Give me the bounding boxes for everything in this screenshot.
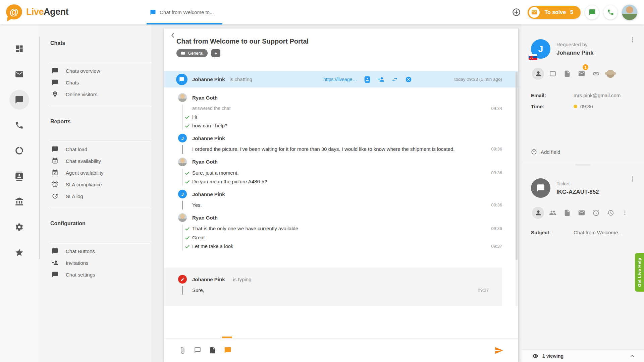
folder-icon: [181, 51, 185, 55]
rail-item-contacts[interactable]: [15, 172, 24, 181]
sidebar-item-online-visitors[interactable]: Online visitors: [50, 91, 151, 98]
ticket-document-button[interactable]: [560, 207, 574, 219]
gear-icon: [15, 223, 24, 232]
ticket-history-button[interactable]: [603, 207, 618, 219]
chat-icon: [52, 67, 58, 74]
attach-file-button[interactable]: [179, 347, 186, 354]
file-icon: [209, 347, 216, 354]
ticket-person-button[interactable]: [531, 207, 545, 219]
ticket-fields: Subject: Chat from Welcome…: [531, 227, 635, 238]
rail-item-mail[interactable]: [15, 70, 24, 79]
contact-link-button[interactable]: [589, 68, 603, 80]
requester-menu-button[interactable]: [629, 37, 636, 43]
visitor-status: is chatting: [230, 76, 253, 82]
history-icon: [607, 209, 614, 217]
panel-divider: [522, 161, 644, 161]
chat-icon: [52, 271, 58, 278]
back-button[interactable]: [169, 31, 177, 39]
ticket-menu-button[interactable]: [629, 176, 636, 182]
add-button[interactable]: [509, 5, 523, 19]
sidebar-item-chats-overview[interactable]: Chats overview: [50, 67, 151, 74]
message-line: answered the chat 09:34: [192, 104, 502, 113]
department-tag[interactable]: General: [176, 49, 208, 57]
sidebar-item-chat-load[interactable]: Chat load: [50, 146, 151, 153]
top-actions: To solve 5: [509, 0, 637, 24]
visitor-url-link[interactable]: https://liveage…: [323, 77, 357, 82]
add-field-button[interactable]: Add field: [531, 149, 560, 155]
requested-by-label: Requested by: [556, 42, 594, 47]
panel-resize-handle[interactable]: [575, 164, 591, 166]
contact-mail-button[interactable]: 1: [574, 68, 589, 80]
ticket-kebab-button[interactable]: [618, 207, 632, 219]
sidebar-item-chat-availability[interactable]: Chat availability: [50, 158, 151, 164]
person-add-icon: [52, 259, 58, 266]
to-solve-button[interactable]: To solve 5: [528, 6, 581, 19]
get-live-help-tab[interactable]: Get Live Help: [635, 253, 644, 292]
contact-mailchimp-button[interactable]: [603, 68, 618, 80]
internal-note-button[interactable]: [194, 347, 201, 354]
sidebar-item-chat-settings[interactable]: Chat settings: [50, 271, 151, 278]
chat-reply-tab[interactable]: [224, 347, 231, 354]
status-dot-icon: [574, 105, 577, 108]
sidebar-item-chat-buttons[interactable]: Chat Buttons: [50, 248, 151, 254]
ticket-avatar[interactable]: [531, 178, 550, 198]
composer-toolbar: [164, 338, 518, 362]
add-tag-button[interactable]: +: [211, 49, 220, 57]
rail-item-data-usage[interactable]: [15, 146, 24, 155]
delivered-check-icon: [184, 226, 190, 232]
contact-browser-button[interactable]: [545, 68, 560, 80]
agent-avatar[interactable]: [622, 5, 637, 20]
sidebar-item-sla-log[interactable]: SLA log: [50, 193, 151, 199]
rail-item-phone[interactable]: [15, 121, 24, 130]
ticket-alarm-button[interactable]: [589, 207, 603, 219]
field-row-subject: Subject: Chat from Welcome…: [531, 227, 635, 238]
sidebar-item-invitations[interactable]: Invitations: [50, 259, 151, 266]
sidebar-item-label: SLA log: [66, 193, 83, 199]
send-button[interactable]: [494, 346, 503, 355]
eye-icon: [532, 353, 538, 359]
viewing-bar[interactable]: 1 viewing: [522, 349, 644, 362]
ticket-mail-button[interactable]: [574, 207, 589, 219]
sidebar-item-agent-availability[interactable]: Agent availability: [50, 169, 151, 176]
rail-item-star[interactable]: [15, 248, 24, 257]
rail-item-bank[interactable]: [15, 197, 24, 206]
new-chat-button[interactable]: [585, 5, 599, 19]
liveagent-logo[interactable]: @ LiveAgent: [6, 4, 68, 19]
data-usage-icon: [15, 146, 24, 155]
message-author: Johanne Pink: [192, 191, 225, 197]
rail-item-dashboard[interactable]: [15, 44, 24, 53]
typing-indicator-panel: Johanne Pinkis typing Sure, 09:37: [164, 267, 502, 306]
field-row-time: Time: 09:36: [531, 101, 635, 112]
chat-scrollbar-thumb[interactable]: [516, 72, 518, 260]
ticket-people-button[interactable]: [545, 207, 560, 219]
nav-divider: [50, 209, 151, 209]
canned-message-button[interactable]: [209, 347, 216, 354]
sidebar-item-label: Agent availability: [66, 170, 104, 176]
kebab-icon: [622, 210, 628, 216]
link-icon: [592, 70, 600, 77]
contact-card-icon[interactable]: [364, 76, 371, 83]
ticket-tab[interactable]: Chat from Welcome to...: [147, 0, 222, 24]
sidebar-item-sla-compliance[interactable]: SLA compliance: [50, 181, 151, 188]
sidenav-scrollbar[interactable]: [39, 37, 40, 259]
message-time: 09:34: [491, 106, 502, 111]
transfer-chat-icon[interactable]: [391, 76, 398, 83]
contact-person-button[interactable]: [531, 68, 545, 80]
chat-icon: [589, 9, 596, 16]
chat-icon: [15, 95, 24, 104]
rail-item-gear[interactable]: [15, 223, 24, 232]
end-chat-icon[interactable]: [405, 76, 412, 83]
plus-icon: [512, 8, 521, 17]
calendar-check-icon: [52, 158, 58, 164]
invite-agent-icon[interactable]: [378, 76, 384, 83]
requester-avatar[interactable]: J: [531, 39, 550, 59]
chevron-up-icon[interactable]: [629, 353, 635, 359]
sidebar-item-chats[interactable]: Chats: [50, 79, 151, 86]
call-button[interactable]: [603, 5, 618, 19]
chat-alert-icon: [52, 146, 58, 153]
contact-document-button[interactable]: [560, 68, 574, 80]
message-text: how can I help?: [192, 122, 227, 129]
rail-item-chat[interactable]: [15, 95, 24, 104]
dashboard-icon: [15, 44, 24, 53]
message-time: 09:37: [478, 288, 489, 293]
